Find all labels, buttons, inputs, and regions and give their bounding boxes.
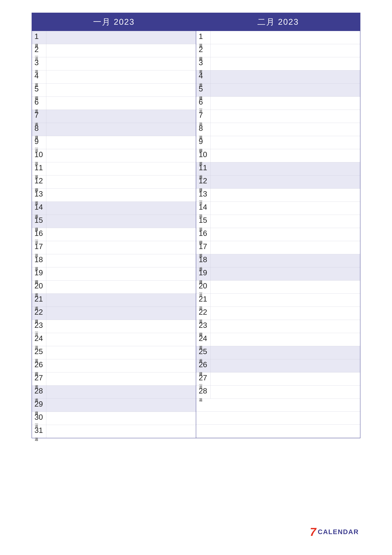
day-label: 7週二 bbox=[196, 110, 210, 123]
day-number: 14 bbox=[35, 203, 43, 211]
day-label: 22週日 bbox=[32, 307, 46, 320]
day-weekday: 週一 bbox=[35, 146, 39, 147]
day-row: 22週日 bbox=[32, 307, 196, 320]
day-label: 23週一 bbox=[32, 320, 46, 333]
day-label: 13週五 bbox=[32, 189, 46, 202]
day-row: 13週五 bbox=[32, 189, 196, 202]
day-weekday: 週四 bbox=[199, 330, 203, 330]
day-label: 16週四 bbox=[196, 228, 210, 241]
month-header-2: 二月 2023 bbox=[196, 13, 360, 31]
day-row: 24週二 bbox=[32, 333, 196, 346]
day-content bbox=[210, 57, 360, 70]
day-row: 16週一 bbox=[32, 228, 196, 241]
day-weekday: 週四 bbox=[35, 185, 39, 186]
day-label: 3週二 bbox=[32, 57, 46, 70]
day-weekday: 週三 bbox=[199, 133, 203, 133]
day-content bbox=[210, 228, 360, 241]
day-content bbox=[210, 97, 360, 110]
day-row: 3週五 bbox=[196, 57, 360, 70]
day-number: 9 bbox=[35, 137, 39, 146]
day-weekday: 週三 bbox=[199, 317, 203, 317]
day-weekday: 週一 bbox=[199, 382, 203, 383]
day-content bbox=[46, 84, 196, 96]
day-weekday: 週日 bbox=[35, 409, 39, 409]
day-content bbox=[46, 149, 196, 162]
day-row: 10週二 bbox=[32, 149, 196, 162]
day-row: 1週三 bbox=[196, 31, 360, 44]
day-number: 28 bbox=[199, 387, 207, 395]
day-weekday: 週二 bbox=[35, 435, 39, 436]
day-weekday: 週五 bbox=[35, 198, 39, 199]
day-content bbox=[46, 346, 196, 359]
day-label: 24週二 bbox=[32, 333, 46, 346]
day-label: 7週六 bbox=[32, 110, 46, 123]
day-label: 17週五 bbox=[196, 241, 210, 254]
day-label: 20週五 bbox=[32, 280, 46, 293]
day-row: 19週四 bbox=[32, 267, 196, 280]
day-content bbox=[210, 346, 360, 359]
day-content bbox=[210, 44, 360, 57]
day-label: 9週四 bbox=[196, 136, 210, 149]
day-label: 4週六 bbox=[196, 70, 210, 83]
day-content bbox=[46, 359, 196, 372]
day-label: 20週一 bbox=[196, 280, 210, 293]
day-row: 15週日 bbox=[32, 215, 196, 228]
day-label: 17週二 bbox=[32, 241, 46, 254]
day-content bbox=[210, 189, 360, 202]
day-label: 23週四 bbox=[196, 320, 210, 333]
day-content bbox=[46, 399, 196, 412]
day-weekday: 週三 bbox=[35, 80, 39, 81]
day-label: 10週五 bbox=[196, 149, 210, 162]
day-weekday: 週二 bbox=[199, 304, 203, 304]
day-content bbox=[46, 136, 196, 149]
day-number: 16 bbox=[199, 229, 207, 238]
day-number: 10 bbox=[199, 150, 207, 159]
day-weekday: 週三 bbox=[35, 172, 39, 173]
day-weekday: 週一 bbox=[199, 291, 203, 291]
empty-row bbox=[196, 425, 360, 438]
day-content bbox=[46, 372, 196, 385]
day-content bbox=[46, 215, 196, 228]
day-number: 26 bbox=[199, 361, 207, 369]
day-number: 24 bbox=[35, 334, 43, 343]
day-weekday: 週六 bbox=[199, 172, 203, 173]
day-number: 22 bbox=[35, 308, 43, 316]
day-number: 22 bbox=[199, 308, 207, 316]
day-number: 20 bbox=[35, 282, 43, 290]
day-weekday: 週六 bbox=[199, 264, 203, 265]
day-content bbox=[210, 254, 360, 267]
day-row: 28週二 bbox=[196, 386, 360, 399]
day-weekday: 週日 bbox=[35, 133, 39, 133]
day-number: 21 bbox=[199, 295, 207, 303]
day-content bbox=[46, 412, 196, 425]
day-weekday: 週六 bbox=[199, 356, 203, 357]
day-number: 16 bbox=[35, 229, 43, 238]
day-row: 26週四 bbox=[32, 359, 196, 372]
day-weekday: 週二 bbox=[35, 343, 39, 344]
day-content bbox=[46, 70, 196, 83]
day-row: 1週日 bbox=[32, 31, 196, 44]
day-label: 12週四 bbox=[32, 175, 46, 189]
day-number: 3 bbox=[199, 58, 203, 67]
day-label: 2週四 bbox=[196, 44, 210, 57]
day-number: 18 bbox=[199, 256, 207, 264]
day-row: 17週五 bbox=[196, 241, 360, 254]
day-label: 25週三 bbox=[32, 346, 46, 359]
day-row: 23週一 bbox=[32, 320, 196, 333]
day-content bbox=[210, 386, 360, 399]
day-weekday: 週二 bbox=[35, 251, 39, 252]
day-number: 26 bbox=[35, 361, 43, 369]
day-weekday: 週六 bbox=[35, 304, 39, 304]
day-weekday: 週五 bbox=[199, 67, 203, 68]
day-number: 11 bbox=[199, 164, 207, 172]
day-content bbox=[210, 70, 360, 83]
day-label: 19週日 bbox=[196, 267, 210, 280]
day-label: 1週三 bbox=[196, 31, 210, 44]
day-content bbox=[46, 31, 196, 44]
day-label: 11週三 bbox=[32, 162, 46, 175]
day-number: 4 bbox=[35, 72, 39, 80]
day-label: 14週六 bbox=[32, 202, 46, 215]
day-content bbox=[46, 123, 196, 136]
day-row: 18週六 bbox=[196, 254, 360, 267]
day-number: 9 bbox=[199, 137, 203, 146]
